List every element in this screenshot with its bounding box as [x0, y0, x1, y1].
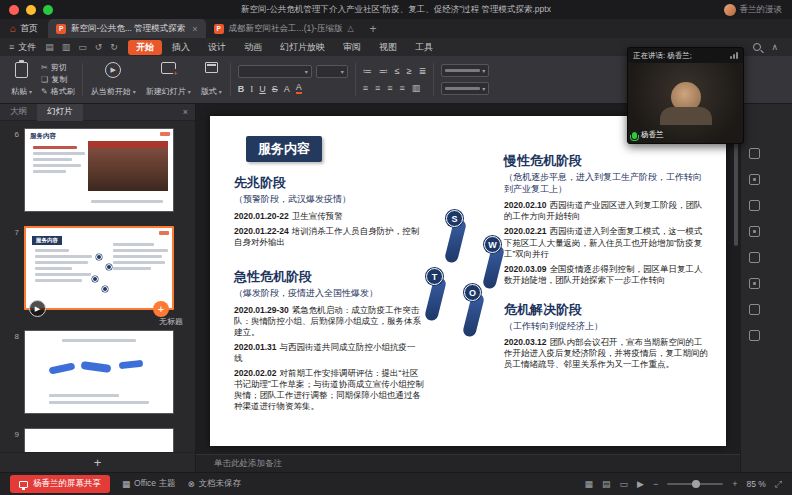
play-media-button[interactable]: ▶ [29, 300, 46, 317]
search-icon[interactable] [753, 43, 761, 51]
side-panel-icon[interactable] [749, 252, 760, 263]
slide-sorter-icon[interactable]: ▤ [602, 479, 611, 489]
strikethrough-button[interactable]: S [272, 84, 278, 94]
new-document-tab-button[interactable]: + [362, 19, 385, 38]
cloud-sync-icon: △ [347, 24, 353, 33]
align-right-icon[interactable]: ≡ [387, 83, 392, 93]
numbering-icon[interactable]: ≕ [379, 66, 388, 76]
slide-number: 8 [5, 330, 19, 414]
indent-increase-icon[interactable]: ≥ [407, 66, 412, 76]
document-tab-active[interactable]: P 新空间-公共危... 管理模式探索 × [48, 19, 206, 38]
dropdown-caret-icon: ▾ [305, 68, 308, 75]
reading-view-icon[interactable]: ▭ [619, 479, 628, 489]
bold-button[interactable]: B [238, 84, 245, 94]
zoom-window-button[interactable] [43, 5, 53, 15]
speaking-banner: 正在讲话: 杨香兰; [628, 48, 743, 63]
zoom-slider[interactable] [667, 483, 723, 485]
text-style-dropdown[interactable]: ▾ [441, 64, 489, 77]
justify-icon[interactable]: ≡ [400, 83, 405, 93]
side-panel-icon[interactable] [749, 148, 760, 159]
save-status[interactable]: ⊗ 文档未保存 [187, 478, 241, 490]
redo-icon[interactable]: ↻ [110, 42, 118, 52]
undo-icon[interactable]: ↺ [95, 42, 103, 52]
tab-view[interactable]: 视图 [371, 40, 405, 55]
file-menu-button[interactable]: ≡ 文件 [0, 41, 45, 54]
side-panel-icon[interactable] [749, 304, 760, 315]
side-panel-icon[interactable] [749, 278, 760, 289]
ribbon-tabs: 开始 插入 设计 动画 幻灯片放映 审阅 视图 工具 [128, 40, 441, 55]
collapse-ribbon-icon[interactable]: ∧ [771, 42, 778, 52]
dropdown-caret-icon: ▾ [133, 88, 136, 95]
close-panel-icon[interactable]: × [183, 107, 195, 117]
minimize-window-button[interactable] [26, 5, 36, 15]
align-left-icon[interactable]: ≡ [363, 83, 368, 93]
print-icon[interactable]: ▥ [62, 42, 71, 52]
cut-button[interactable]: ✂剪切 [41, 62, 75, 73]
tab-design[interactable]: 设计 [200, 40, 234, 55]
add-slide-button[interactable]: + [94, 455, 102, 470]
print-preview-icon[interactable]: ▭ [78, 42, 87, 52]
shape-style-dropdown[interactable]: ▾ [441, 82, 489, 95]
line-spacing-icon[interactable]: ≣ [419, 66, 427, 76]
tab-tools[interactable]: 工具 [407, 40, 441, 55]
document-tab[interactable]: P 成都新空间社会工...(1)-压缩版 △ [206, 19, 362, 38]
slides-tab[interactable]: 幻灯片 [37, 104, 83, 121]
side-panel-icon[interactable] [749, 226, 760, 237]
save-icon[interactable]: ▤ [45, 42, 54, 52]
italic-button[interactable]: I [250, 84, 253, 94]
close-tab-icon[interactable]: × [192, 24, 197, 34]
quick-access-toolbar: ▤ ▥ ▭ ↺ ↻ [45, 42, 128, 52]
outline-tab[interactable]: 大纲 [0, 104, 37, 121]
slide-8-thumbnail[interactable] [24, 330, 174, 414]
zoom-out-icon[interactable]: − [653, 479, 658, 489]
theme-indicator[interactable]: ▦ Office 主题 [122, 478, 175, 490]
notes-placeholder[interactable]: 单击此处添加备注 [196, 454, 740, 472]
phase-heading: 急性危机阶段 [234, 268, 424, 286]
screen-share-pill[interactable]: 杨香兰的屏幕共享 [10, 475, 110, 493]
underline-button[interactable]: U [259, 84, 266, 94]
quick-new-slide-button[interactable]: + [153, 301, 169, 317]
screen-share-label: 杨香兰的屏幕共享 [33, 478, 101, 490]
paste-button[interactable]: 粘贴▾ [6, 60, 37, 99]
new-slide-button[interactable]: 新建幻灯片▾ [141, 60, 196, 99]
account-widget[interactable]: 香兰的漫谈 [724, 4, 792, 16]
slideshow-view-icon[interactable]: ▶ [637, 479, 644, 489]
home-tab[interactable]: ⌂ 首页 [0, 19, 48, 38]
slide-6-thumbnail[interactable]: 服务内容 [24, 128, 174, 212]
tab-home[interactable]: 开始 [128, 40, 162, 55]
slide-9-thumbnail[interactable] [24, 428, 174, 452]
fit-slide-icon[interactable]: ⤢ [775, 479, 782, 490]
slide-7-thumbnail-selected[interactable]: 服务内容 [24, 226, 174, 310]
indent-decrease-icon[interactable]: ≤ [395, 66, 400, 76]
font-size-select[interactable]: ▾ [316, 65, 348, 78]
video-call-overlay[interactable]: 正在讲话: 杨香兰; 杨香兰 [627, 47, 744, 144]
close-window-button[interactable] [9, 5, 19, 15]
zoom-level[interactable]: 85 % [746, 479, 765, 489]
normal-view-icon[interactable]: ▦ [584, 479, 593, 489]
copy-button[interactable]: ❏复制 [41, 74, 75, 85]
side-panel-icon[interactable] [749, 174, 760, 185]
columns-icon[interactable]: ▥ [412, 83, 421, 93]
current-slide[interactable]: 服务内容 成都新空间 先兆阶段 （预警阶段，武汉爆发疫情） 2020.01.20… [210, 116, 726, 446]
layout-icon [205, 62, 218, 73]
mic-on-icon [632, 132, 637, 139]
ppt-file-icon: P [214, 24, 224, 34]
tab-animation[interactable]: 动画 [236, 40, 270, 55]
document-tab-label: 成都新空间社会工...(1)-压缩版 [229, 23, 343, 35]
format-painter-button[interactable]: ✎格式刷 [41, 86, 75, 97]
bullets-icon[interactable]: ≔ [363, 66, 372, 76]
align-center-icon[interactable]: ≡ [375, 83, 380, 93]
shadow-button[interactable]: A [284, 84, 290, 94]
font-name-select[interactable]: ▾ [238, 65, 312, 78]
participant-video[interactable]: 杨香兰 [628, 63, 743, 143]
layout-button[interactable]: 版式▾ [196, 60, 227, 99]
tab-insert[interactable]: 插入 [164, 40, 198, 55]
tab-review[interactable]: 审阅 [335, 40, 369, 55]
side-panel-icon[interactable] [749, 200, 760, 211]
side-panel-icon[interactable] [749, 330, 760, 341]
zoom-slider-knob[interactable] [692, 480, 700, 488]
zoom-in-icon[interactable]: + [732, 479, 737, 489]
start-from-current-button[interactable]: ▶ 从当前开始▾ [86, 60, 141, 99]
tab-slideshow[interactable]: 幻灯片放映 [272, 40, 333, 55]
font-color-button[interactable]: A [296, 83, 302, 94]
